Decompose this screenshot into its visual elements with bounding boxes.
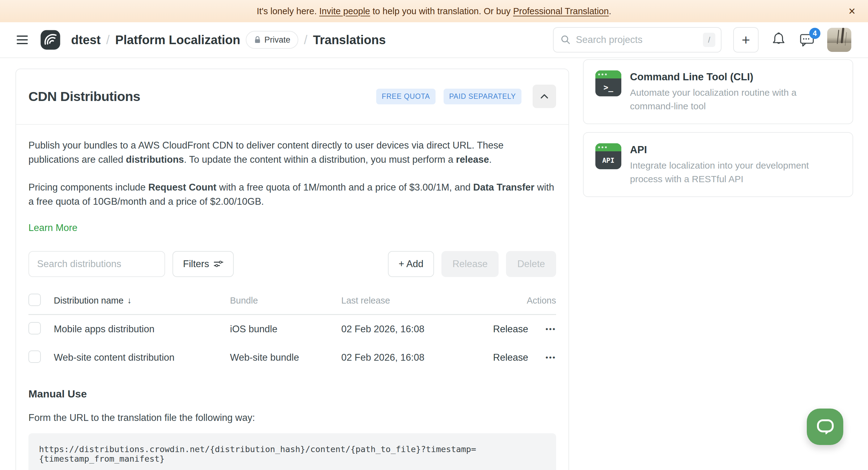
search-icon: [560, 35, 571, 45]
search-shortcut-hint: /: [703, 33, 715, 47]
crowdin-logo[interactable]: [40, 30, 61, 50]
create-project-button[interactable]: +: [733, 27, 758, 53]
close-icon[interactable]: ×: [844, 3, 860, 19]
column-label: Distribution name: [54, 296, 124, 306]
filters-button-label: Filters: [183, 259, 209, 270]
filter-icon: [214, 261, 223, 267]
column-bundle: Bundle: [230, 296, 341, 306]
cli-card-title: Command Line Tool (CLI): [630, 71, 841, 83]
page-title: CDN Distributions: [28, 89, 140, 104]
chevron-up-icon: [540, 93, 549, 99]
table-row: Mobile apps distribution iOS bundle 02 F…: [28, 315, 556, 343]
p1-text: .: [489, 154, 492, 165]
description-paragraph: Publish your bundles to a AWS CloudFront…: [28, 138, 556, 167]
last-release-cell: 02 Feb 2026, 16:08: [341, 352, 484, 363]
free-quota-badge: FREE QUOTA: [376, 89, 436, 104]
p1-text: . To update the content within a distrib…: [184, 154, 456, 165]
row-menu-icon[interactable]: •••: [546, 325, 556, 334]
breadcrumb-separator: /: [106, 33, 110, 47]
terminal-prompt-glyph: >_: [595, 78, 621, 96]
manual-use-heading: Manual Use: [28, 388, 556, 400]
p2-bold-request-count: Request Count: [148, 182, 216, 193]
professional-translation-link[interactable]: Professional Translation: [513, 6, 609, 16]
project-search: /: [553, 27, 721, 53]
banner-text-prefix: It's lonely here.: [257, 6, 319, 16]
distribution-name-cell: Web-site content distribution: [54, 352, 230, 363]
api-glyph: API: [595, 151, 621, 169]
collapse-section-button[interactable]: [533, 85, 556, 108]
messages-count-badge: 4: [809, 28, 820, 39]
distributions-toolbar: Filters + Add Release Delete: [28, 251, 556, 277]
breadcrumb-separator: /: [304, 33, 307, 47]
cdn-distributions-card: CDN Distributions FREE QUOTA PAID SEPARA…: [16, 69, 569, 470]
column-distribution-name[interactable]: Distribution name ↓: [54, 296, 230, 306]
chat-launcher-icon: [815, 418, 835, 436]
sort-desc-icon: ↓: [127, 296, 132, 305]
row-release-link[interactable]: Release: [493, 352, 528, 363]
privacy-badge: Private: [246, 31, 298, 49]
breadcrumb-project[interactable]: dtest: [71, 33, 101, 47]
p2-text: Pricing components include: [28, 182, 148, 193]
tools-sidebar: >_ Command Line Tool (CLI) Automate your…: [583, 59, 853, 197]
cli-card[interactable]: >_ Command Line Tool (CLI) Automate your…: [583, 59, 853, 124]
pricing-paragraph: Pricing components include Request Count…: [28, 180, 556, 209]
lock-icon: [254, 36, 261, 44]
learn-more-link[interactable]: Learn More: [28, 222, 78, 233]
manual-intro-text: Form the URL to the translation file the…: [28, 412, 556, 424]
bell-icon: [771, 32, 786, 48]
api-card[interactable]: API API Integrate localization into your…: [583, 132, 853, 197]
last-release-cell: 02 Feb 2026, 16:08: [341, 324, 484, 335]
banner-text: It's lonely here. Invite people to help …: [257, 6, 612, 16]
user-avatar[interactable]: [827, 28, 851, 52]
terminal-icon: >_: [595, 70, 621, 96]
column-last-release: Last release: [341, 296, 484, 306]
breadcrumb-space[interactable]: Platform Localization: [115, 33, 241, 47]
notifications-button[interactable]: [770, 32, 787, 48]
api-card-title: API: [630, 144, 841, 156]
banner-text-suffix: .: [609, 6, 611, 16]
cli-card-description: Automate your localization routine with …: [630, 86, 841, 113]
breadcrumb-page: Translations: [313, 33, 386, 47]
messages-button[interactable]: 4: [799, 32, 815, 48]
p1-bold-release: release: [456, 154, 489, 165]
bundle-cell: Web-site bundle: [230, 352, 341, 363]
delete-button[interactable]: Delete: [506, 251, 556, 277]
breadcrumb: dtest / Platform Localization Private / …: [71, 31, 386, 49]
table-row: Web-site content distribution Web-site b…: [28, 343, 556, 372]
p1-bold-distributions: distributions: [126, 154, 184, 165]
add-distribution-button[interactable]: + Add: [388, 251, 434, 277]
distribution-name-cell: Mobile apps distribution: [54, 324, 230, 335]
distributions-search-input[interactable]: [28, 251, 165, 277]
hamburger-menu-icon[interactable]: [17, 35, 28, 44]
select-all-checkbox[interactable]: [28, 294, 41, 306]
table-header-row: Distribution name ↓ Bundle Last release …: [28, 292, 556, 309]
row-checkbox[interactable]: [28, 322, 41, 334]
paid-separately-badge: PAID SEPARATELY: [443, 89, 522, 104]
filters-button[interactable]: Filters: [173, 251, 234, 277]
banner-text-middle: to help you with translation. Or buy: [370, 6, 513, 16]
url-pattern-code: https://distributions.crowdin.net/{distr…: [28, 433, 556, 470]
search-input[interactable]: [576, 34, 703, 45]
p2-text: with a free quota of 1M/month and a pric…: [216, 182, 473, 193]
distributions-table: Distribution name ↓ Bundle Last release …: [28, 292, 556, 372]
release-button[interactable]: Release: [441, 251, 499, 277]
api-icon: API: [595, 143, 621, 169]
column-actions: Actions: [484, 296, 556, 306]
row-release-link[interactable]: Release: [493, 324, 528, 335]
row-menu-icon[interactable]: •••: [546, 353, 556, 362]
invite-people-link[interactable]: Invite people: [319, 6, 370, 16]
promo-banner: It's lonely here. Invite people to help …: [0, 0, 868, 22]
privacy-badge-label: Private: [264, 35, 290, 45]
bundle-cell: iOS bundle: [230, 324, 341, 335]
support-chat-button[interactable]: [807, 408, 843, 445]
app-header: dtest / Platform Localization Private / …: [0, 22, 868, 58]
p2-bold-data-transfer: Data Transfer: [473, 182, 534, 193]
api-card-description: Integrate localization into your develop…: [630, 159, 841, 186]
main-content: CDN Distributions FREE QUOTA PAID SEPARA…: [0, 58, 868, 469]
row-checkbox[interactable]: [28, 350, 41, 363]
